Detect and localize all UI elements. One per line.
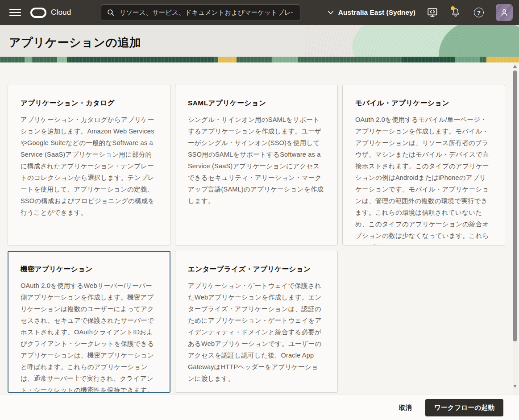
cloud-shell-button[interactable] bbox=[426, 6, 439, 19]
notification-dot bbox=[451, 6, 455, 10]
card-title: アプリケーション・カタログ bbox=[21, 99, 158, 108]
card-title: 機密アプリケーション bbox=[21, 265, 158, 274]
launch-workflow-button[interactable]: ワークフローの起動 bbox=[425, 399, 503, 416]
search-icon bbox=[107, 8, 115, 17]
card-description: OAuth 2.0を使用するWebサーバー/サーバー側アプリケーションを作成しま… bbox=[21, 280, 158, 393]
help-icon: ? bbox=[474, 8, 484, 17]
card-description: OAuth 2.0を使用するモバイル/単一ページ・アプリケーションを作成します。… bbox=[355, 114, 492, 245]
scrollbar-up-arrow[interactable] bbox=[513, 65, 517, 68]
card-mobile-application[interactable]: モバイル・アプリケーション OAuth 2.0を使用するモバイル/単一ページ・ア… bbox=[342, 85, 505, 245]
brand-label: Cloud bbox=[51, 8, 71, 17]
topbar: Cloud Australia East (Sydney) bbox=[0, 0, 519, 25]
chevron-down-icon bbox=[328, 10, 334, 15]
application-type-cards: アプリケーション・カタログ アプリケーション・カタログからアプリケーションを追加… bbox=[8, 85, 519, 393]
card-confidential-application[interactable]: 機密アプリケーション OAuth 2.0を使用するWebサーバー/サーバー側アプ… bbox=[8, 251, 170, 393]
scrollbar-down-arrow[interactable] bbox=[513, 385, 517, 388]
user-avatar[interactable] bbox=[496, 4, 513, 21]
global-search[interactable] bbox=[101, 4, 300, 21]
notifications-button[interactable] bbox=[449, 6, 462, 19]
page-header: アプリケーションの追加 bbox=[0, 25, 519, 62]
oracle-cloud-brand[interactable]: Cloud bbox=[30, 8, 71, 18]
vertical-scrollbar[interactable] bbox=[513, 62, 518, 395]
region-selector[interactable]: Australia East (Sydney) bbox=[328, 8, 415, 17]
main-content: アプリケーション・カタログ アプリケーション・カタログからアプリケーションを追加… bbox=[0, 62, 519, 395]
card-enterprise-application[interactable]: エンタープライズ・アプリケーション アプリケーション・ゲートウェイで保護されたW… bbox=[175, 251, 338, 393]
card-description: アプリケーション・カタログからアプリケーションを追加します。Amazon Web… bbox=[21, 114, 158, 218]
region-label: Australia East (Sydney) bbox=[338, 8, 415, 17]
topbar-right-cluster: Australia East (Sydney) ? bbox=[328, 4, 513, 21]
help-button[interactable]: ? bbox=[473, 6, 485, 19]
card-description: シングル・サインオン用のSAMLをサポートするアプリケーションを作成します。ユー… bbox=[188, 114, 325, 207]
card-title: エンタープライズ・アプリケーション bbox=[188, 265, 325, 274]
card-title: SAMLアプリケーション bbox=[188, 99, 325, 108]
scrollbar-thumb[interactable] bbox=[513, 71, 517, 341]
header-decoration-band bbox=[0, 57, 519, 62]
page-title: アプリケーションの追加 bbox=[9, 35, 141, 50]
oracle-logo-icon bbox=[30, 8, 46, 18]
card-saml-application[interactable]: SAMLアプリケーション シングル・サインオン用のSAMLをサポートするアプリケ… bbox=[175, 85, 338, 245]
cloud-shell-icon bbox=[427, 7, 438, 18]
card-title: モバイル・アプリケーション bbox=[355, 99, 492, 108]
cancel-button[interactable]: 取消 bbox=[399, 403, 412, 412]
search-input[interactable] bbox=[119, 9, 295, 16]
action-footer: 取消 ワークフローの起動 bbox=[0, 395, 519, 420]
card-description: アプリケーション・ゲートウェイで保護されたWebアプリケーションを作成します。エ… bbox=[188, 280, 325, 384]
person-icon bbox=[499, 7, 510, 18]
card-application-catalog[interactable]: アプリケーション・カタログ アプリケーション・カタログからアプリケーションを追加… bbox=[8, 85, 170, 245]
hamburger-menu-button[interactable] bbox=[6, 4, 24, 21]
